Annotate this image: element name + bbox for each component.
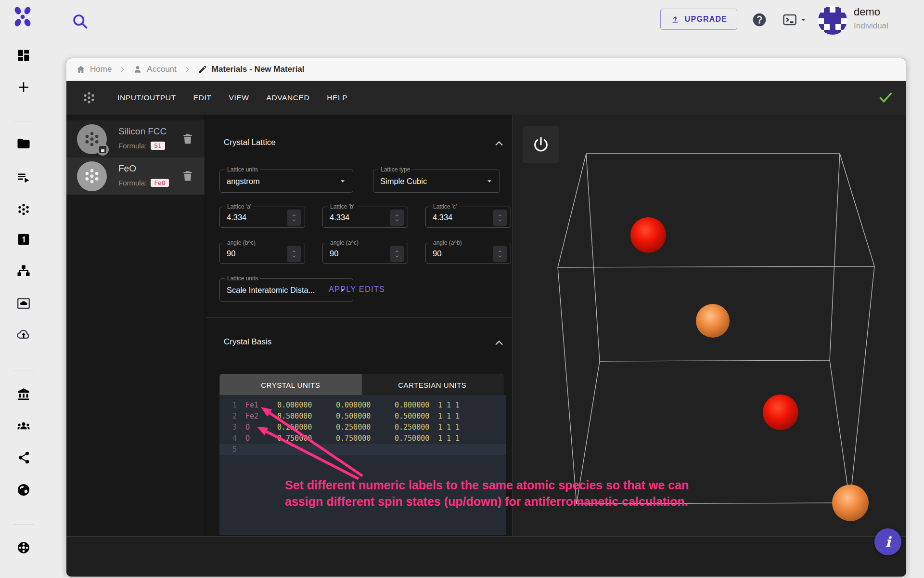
people-icon[interactable] [12,415,35,438]
lattice-b-stepper[interactable] [390,210,404,226]
lattice-c-stepper[interactable] [493,210,507,226]
unit-cell-edge [577,361,600,504]
collapse-lattice-icon[interactable] [493,138,505,149]
unit-cell-edge [558,267,577,504]
crystal-lattice-title: Crystal Lattice [224,138,276,147]
material-name: Silicon FCC [118,126,167,137]
designer-menubar: INPUT/OUTPUTEDITVIEWADVANCEDHELP [66,81,906,115]
globe-icon[interactable] [12,478,35,501]
rail-divider [13,121,34,121]
coord-x: 0.000000 [277,400,336,411]
lattice-b-field[interactable]: Lattice 'b' [322,207,408,228]
lattice-type-value[interactable] [373,170,500,192]
lattice-type-select[interactable]: Lattice type [373,170,500,193]
element-label: O [245,433,277,444]
material-item-feo[interactable]: FeO Formula: FeO [66,158,205,195]
crystal-basis-title: Crystal Basis [224,337,271,347]
menu-item-view[interactable]: VIEW [220,89,257,107]
basis-row[interactable]: 2 Fe2 0.500000 0.500000 0.500000 1 1 1 [219,411,506,422]
menu-item-advanced[interactable]: ADVANCED [257,89,318,107]
atom-sphere-o[interactable] [832,485,869,521]
basis-row[interactable]: 3 O 0.250000 0.250000 0.250000 1 1 1 [219,422,506,433]
terminal-icon [782,13,798,27]
atom-sphere-fe[interactable] [763,394,798,430]
basis-row[interactable]: 1 Fe1 0.000000 0.000000 0.000000 1 1 1 [219,400,506,411]
unit-cell-edge [586,154,600,361]
lattice-a-stepper[interactable] [287,210,301,226]
constraint-flags: 1 1 1 [438,433,460,444]
user-avatar[interactable] [818,6,847,35]
coord-x: 0.500000 [277,411,336,422]
console-menu-button[interactable] [782,12,809,28]
basis-code-editor[interactable]: 1 Fe1 0.000000 0.000000 0.000000 1 1 1 2… [219,395,506,535]
coord-z: 0.250000 [395,422,438,433]
add-icon[interactable] [12,76,35,99]
angle-bc-field[interactable]: angle (b^c) [219,243,305,264]
line-number: 1 [224,400,237,411]
lattice-units-value[interactable] [220,170,353,192]
material-formula: Formula: FeO [118,179,169,187]
dashboard-icon[interactable] [12,44,35,67]
breadcrumb-account[interactable]: Account [133,65,176,74]
info-button[interactable]: i [874,528,901,555]
share-icon[interactable] [12,446,35,469]
delete-material-icon[interactable] [181,132,194,145]
material-formula: Formula: Si [118,142,165,150]
lattice-a-field[interactable]: Lattice 'a' [219,207,305,228]
apply-edits-button[interactable]: APPLY EDITS [326,284,388,294]
viewer-3d[interactable] [512,115,906,536]
element-label: Fe2 [245,411,277,422]
bank-icon[interactable] [12,382,35,406]
sitemap-icon[interactable] [12,260,35,283]
angle-ab-field[interactable]: angle (a^b) [425,243,511,264]
basis-row[interactable]: 5 [219,444,506,455]
playlist-play-icon[interactable] [12,166,35,189]
materials-list: Silicon FCC Formula: Si FeO Formula: FeO [66,115,205,536]
menu-item-input-output[interactable]: INPUT/OUTPUT [109,89,185,107]
menu-item-edit[interactable]: EDIT [185,89,220,107]
basis-units-tabs: CRYSTAL UNITSCARTESIAN UNITS [219,374,503,396]
material-item-silicon-fcc[interactable]: Silicon FCC Formula: Si [66,120,205,158]
helm-icon[interactable] [12,536,35,559]
coord-x [277,444,336,455]
upgrade-button[interactable]: UPGRADE [660,9,737,30]
molecule-icon[interactable] [12,198,35,221]
angle-ac-stepper[interactable] [390,246,404,262]
brand-logo-icon[interactable] [13,6,33,28]
collapse-basis-icon[interactable] [493,337,505,349]
folder-icon[interactable] [12,132,35,155]
angle-ab-stepper[interactable] [493,246,507,262]
delete-material-icon[interactable] [181,169,194,183]
angle-bc-stepper[interactable] [287,246,301,262]
cloud-upload-icon[interactable] [12,323,35,346]
atom-sphere-o[interactable] [696,304,730,338]
tab-cartesian-units[interactable]: CARTESIAN UNITS [362,374,503,395]
home-icon [76,65,86,74]
line-number: 3 [224,422,237,433]
search-icon[interactable] [71,13,89,30]
materials-designer-window: Home Account Materials - New Material IN… [66,58,906,577]
coord-z: 0.750000 [395,433,438,444]
breadcrumb-home[interactable]: Home [76,65,112,74]
breadcrumb: Home Account Materials - New Material [66,58,906,81]
breadcrumb-current: Materials - New Material [198,65,305,74]
atom-sphere-fe[interactable] [630,217,666,253]
basis-row[interactable]: 4 O 0.750000 0.750000 0.750000 1 1 1 [219,433,506,444]
coord-x: 0.250000 [277,422,336,433]
angle-ac-field[interactable]: angle (a^c) [322,243,408,264]
tab-crystal-units[interactable]: CRYSTAL UNITS [220,374,362,395]
constraint-flags: 1 1 1 [438,400,460,411]
menu-item-help[interactable]: HELP [318,89,356,107]
constraint-flags: 1 1 1 [438,411,460,422]
coord-z [395,444,438,455]
chevron-right-icon [183,66,191,73]
help-icon[interactable] [752,12,767,27]
unit-cell-edge [600,360,830,361]
image-icon[interactable] [12,292,35,315]
one-badge-icon[interactable] [12,228,35,251]
lattice-c-field[interactable]: Lattice 'c' [425,207,511,228]
lattice-units-select[interactable]: Lattice units [219,170,353,193]
power-button[interactable] [523,126,559,163]
unit-cell-scene[interactable] [513,115,906,536]
upgrade-label: UPGRADE [685,15,727,24]
